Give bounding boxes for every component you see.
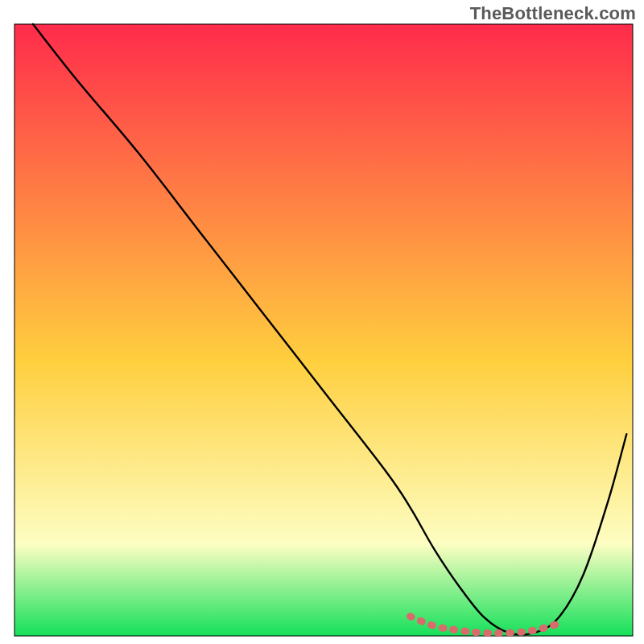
watermark-text: TheBottleneck.com <box>470 3 636 24</box>
bottleneck-chart <box>0 0 644 644</box>
chart-frame: TheBottleneck.com <box>0 0 644 644</box>
